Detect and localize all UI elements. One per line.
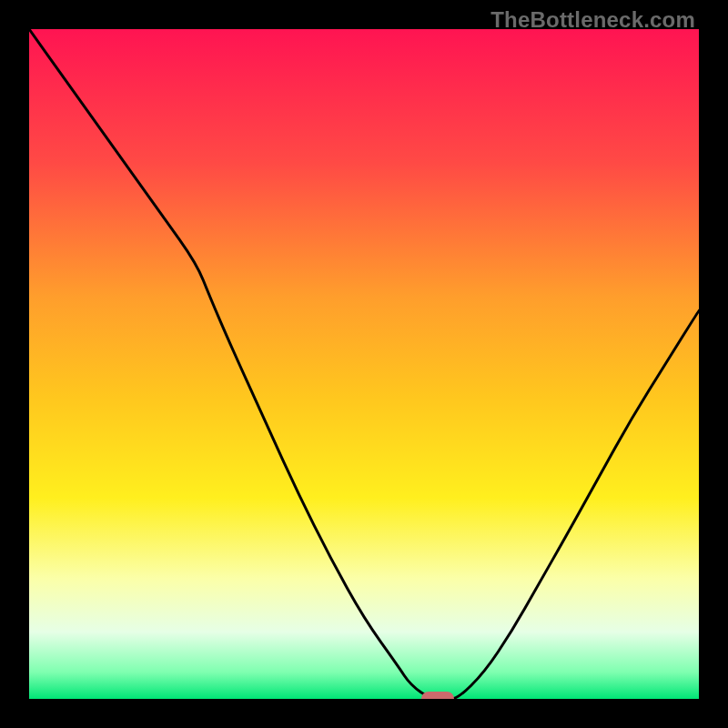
plot-area	[29, 29, 699, 699]
optimal-marker	[421, 692, 455, 699]
gradient-and-curve-svg	[29, 29, 699, 699]
chart-frame: TheBottleneck.com	[0, 0, 728, 728]
gradient-background	[29, 29, 699, 699]
